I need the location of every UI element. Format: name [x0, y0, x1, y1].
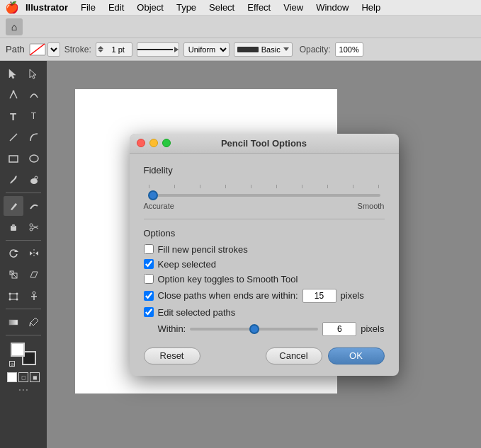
stroke-line-dropdown-arrow[interactable]: [174, 47, 179, 52]
svg-point-11: [30, 228, 33, 231]
menu-object[interactable]: Object: [131, 1, 169, 14]
stroke-value-input[interactable]: [105, 42, 132, 57]
tick-9: [378, 185, 379, 188]
apple-menu[interactable]: 🍎: [6, 1, 18, 14]
main-area: T T: [0, 61, 481, 448]
opacity-input[interactable]: [335, 42, 363, 57]
within-slider[interactable]: [190, 328, 318, 331]
tick-3: [225, 185, 226, 188]
eraser-tool[interactable]: [4, 217, 23, 237]
keep-selected-checkbox[interactable]: [144, 259, 154, 269]
minimize-window-button[interactable]: [149, 139, 158, 147]
normal-mode-btn[interactable]: [7, 372, 17, 382]
eyedropper-tool[interactable]: [24, 312, 44, 332]
menu-effect[interactable]: Effect: [242, 1, 276, 14]
fill-new-checkbox-row: Fill new pencil strokes: [144, 244, 385, 255]
tool-separator-2: [6, 240, 41, 241]
fill-new-checkbox[interactable]: [144, 244, 154, 254]
pen-tool[interactable]: [4, 85, 23, 105]
pencil-tool-options-dialog: Pencil Tool Options Fidelity: [130, 134, 399, 376]
menu-window[interactable]: Window: [310, 1, 354, 14]
tool-row-5: [4, 149, 44, 168]
basic-container[interactable]: Basic: [234, 42, 293, 57]
menu-type[interactable]: Type: [171, 1, 202, 14]
menu-file[interactable]: File: [75, 1, 101, 14]
edit-paths-checkbox[interactable]: [144, 307, 154, 317]
paintbrush-tool[interactable]: [4, 170, 23, 190]
fill-stroke-indicator[interactable]: ⊘: [9, 341, 38, 367]
svg-rect-20: [10, 294, 17, 299]
dialog-title: Pencil Tool Options: [221, 138, 307, 149]
draw-inside-btn[interactable]: ◻: [18, 372, 28, 382]
menu-select[interactable]: Select: [203, 1, 240, 14]
dialog-titlebar: Pencil Tool Options: [130, 134, 399, 154]
menu-view[interactable]: View: [278, 1, 309, 14]
tool-separator-1: [6, 193, 41, 193]
fill-new-label: Fill new pencil strokes: [158, 244, 248, 255]
home-button[interactable]: ⌂: [6, 18, 23, 35]
direct-select-tool[interactable]: [24, 64, 44, 84]
stroke-color-indicator[interactable]: [29, 43, 46, 56]
stroke-up-arrow[interactable]: [98, 46, 103, 49]
svg-point-7: [35, 176, 38, 179]
arc-tool[interactable]: [24, 127, 44, 147]
cancel-button[interactable]: Cancel: [266, 348, 322, 364]
svg-point-25: [33, 292, 35, 294]
close-window-button[interactable]: [137, 139, 145, 147]
uniform-select[interactable]: Uniform: [183, 42, 230, 57]
opacity-label: Opacity:: [300, 45, 331, 54]
rect-tool[interactable]: [4, 149, 23, 168]
menu-illustrator[interactable]: Illustrator: [20, 1, 74, 14]
canvas-area: Pencil Tool Options Fidelity: [47, 61, 481, 448]
option-key-checkbox[interactable]: [144, 274, 154, 284]
basic-preview: [237, 47, 259, 52]
draw-behind-btn[interactable]: ◼: [30, 372, 40, 382]
within-label: Within:: [158, 323, 186, 334]
tool-separator-3: [6, 309, 41, 309]
gradient-tool[interactable]: [4, 312, 23, 332]
line-tool[interactable]: [4, 127, 23, 147]
stroke-style-select[interactable]: [47, 42, 60, 57]
menu-bar: 🍎 Illustrator File Edit Object Type Sele…: [0, 0, 481, 16]
ellipse-tool[interactable]: [24, 149, 44, 168]
fidelity-slider[interactable]: [148, 194, 380, 197]
touch-type-tool[interactable]: T: [24, 106, 44, 126]
selector-tool[interactable]: [4, 64, 23, 84]
smooth-tool[interactable]: [24, 196, 44, 216]
reflect-tool[interactable]: [24, 243, 44, 263]
maximize-window-button[interactable]: [162, 139, 171, 147]
free-transform-tool[interactable]: [4, 286, 23, 306]
edit-paths-label: Edit selected paths: [158, 307, 236, 318]
blob-brush-tool[interactable]: [24, 170, 44, 190]
stroke-down-arrow[interactable]: [98, 50, 103, 52]
close-paths-pixels-label: pixels: [341, 290, 364, 301]
scale-tool[interactable]: [4, 265, 23, 285]
pencil-tool[interactable]: [4, 196, 23, 216]
curvature-tool[interactable]: [24, 85, 44, 105]
ok-button[interactable]: OK: [328, 348, 385, 364]
toolbox-sidebar: T T: [0, 61, 47, 448]
scissors-tool[interactable]: [24, 217, 44, 237]
shear-tool[interactable]: [24, 265, 44, 285]
tool-row-11: [4, 286, 44, 306]
stroke-line-preview[interactable]: [137, 42, 179, 57]
tool-row-2: [4, 85, 44, 105]
menu-help[interactable]: Help: [356, 1, 386, 14]
basic-dropdown-arrow[interactable]: [283, 47, 289, 51]
tool-row-9: [4, 243, 44, 263]
type-tool[interactable]: T: [4, 106, 23, 126]
reset-button[interactable]: Reset: [144, 348, 200, 364]
within-value-input[interactable]: [322, 322, 356, 336]
tool-row-4: [4, 127, 44, 147]
close-paths-value-input[interactable]: [302, 289, 336, 303]
option-key-label: Option key toggles to Smooth Tool: [158, 274, 298, 285]
svg-point-23: [9, 299, 11, 301]
rotate-tool[interactable]: [4, 243, 23, 263]
more-tools-dots[interactable]: • • •: [19, 386, 28, 393]
svg-rect-4: [9, 156, 18, 162]
puppet-warp-tool[interactable]: [24, 286, 44, 306]
traffic-lights: [137, 139, 171, 147]
close-paths-checkbox[interactable]: [144, 291, 154, 301]
close-paths-label: Close paths when ends are within:: [158, 290, 298, 301]
menu-edit[interactable]: Edit: [103, 1, 130, 14]
